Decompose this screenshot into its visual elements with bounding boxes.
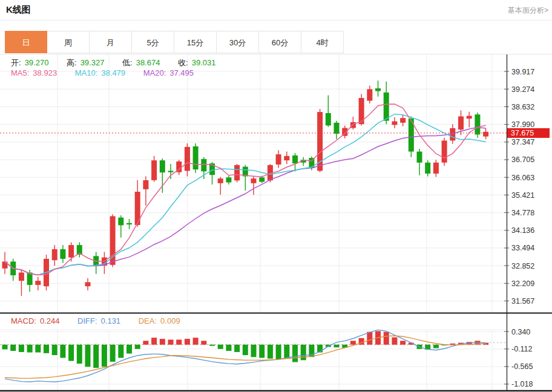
low-label: 低: xyxy=(122,58,133,67)
close-value: 39.031 xyxy=(192,58,216,67)
high-label: 高: xyxy=(67,58,77,67)
ma10-value: 38.479 xyxy=(101,68,125,77)
ma5-value: 38.923 xyxy=(33,68,57,77)
gridlines xyxy=(0,54,507,390)
svg-text:38.632: 38.632 xyxy=(511,103,534,111)
svg-text:34.136: 34.136 xyxy=(511,226,534,235)
svg-text:32.852: 32.852 xyxy=(511,262,534,270)
svg-text:35.421: 35.421 xyxy=(511,191,534,200)
current-price-badge: 37.675 xyxy=(507,128,550,138)
svg-text:37.347: 37.347 xyxy=(511,138,534,146)
diff-label: DIFF: xyxy=(77,316,97,325)
svg-text:36.705: 36.705 xyxy=(511,155,534,164)
svg-text:36.063: 36.063 xyxy=(511,174,534,182)
ma20-value: 37.495 xyxy=(169,68,194,77)
svg-text:33.494: 33.494 xyxy=(511,244,534,252)
svg-text:-0.112: -0.112 xyxy=(511,345,533,353)
right-price-axis: 39.91739.27438.63237.99037.34736.70536.0… xyxy=(0,54,552,391)
svg-text:39.274: 39.274 xyxy=(511,85,534,94)
macd-label: MACD: xyxy=(11,316,36,325)
ohlc-legend: 开:39.270 高:39.327 低:38.674 收:39.031 xyxy=(11,57,219,68)
close-label: 收: xyxy=(178,58,188,67)
svg-text:34.778: 34.778 xyxy=(511,209,534,217)
open-label: 开: xyxy=(11,58,21,67)
candlestick-plot xyxy=(2,80,489,296)
open-value: 39.270 xyxy=(25,58,49,67)
diff-value: 0.131 xyxy=(101,316,121,325)
macd-legend: MACD:0.244 DIFF:0.131 DEA:0.009 xyxy=(11,316,184,325)
ma20-label: MA20: xyxy=(143,68,166,77)
ma-legend: MA5:38.923 MA10:38.479 MA20:37.495 xyxy=(11,68,197,77)
macd-value: 0.244 xyxy=(40,316,60,325)
svg-text:32.209: 32.209 xyxy=(511,279,534,288)
svg-text:0.340: 0.340 xyxy=(511,328,530,336)
svg-text:39.917: 39.917 xyxy=(511,68,534,76)
low-value: 38.674 xyxy=(136,58,160,67)
ma10-label: MA10: xyxy=(75,68,98,77)
dea-label: DEA: xyxy=(139,316,157,325)
svg-text:-0.565: -0.565 xyxy=(511,362,533,371)
dea-value: 0.009 xyxy=(160,316,180,325)
svg-text:37.675: 37.675 xyxy=(511,129,534,137)
svg-text:-1.018: -1.018 xyxy=(511,380,533,388)
svg-text:37.990: 37.990 xyxy=(511,120,534,129)
macd-plot xyxy=(0,330,507,382)
ma5-label: MA5: xyxy=(11,68,29,77)
svg-text:31.567: 31.567 xyxy=(511,297,534,305)
high-value: 39.327 xyxy=(80,58,105,67)
